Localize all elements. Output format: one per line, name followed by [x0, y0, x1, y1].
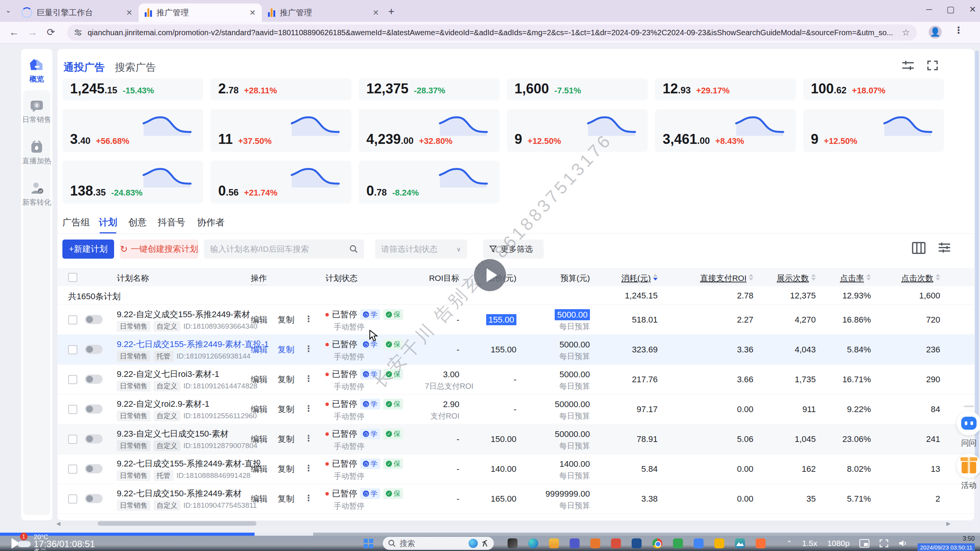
plan-search-input[interactable]: 输入计划名称/ID后回车搜索: [204, 240, 364, 259]
one-key-search-plan-button[interactable]: ↻ 一键创建搜索计划: [120, 240, 198, 259]
app-icon-edge[interactable]: [528, 538, 538, 548]
app-icon-orange[interactable]: [590, 538, 600, 548]
layout-settings-icon[interactable]: [902, 60, 917, 73]
cell-budget[interactable]: 5000.00每日预算: [532, 370, 590, 391]
window-close-button[interactable]: ✕: [969, 5, 976, 15]
table-row[interactable]: 9.22-自定义roi2.9-素材-1 日常销售 自定义 ID:18109125…: [57, 394, 974, 424]
sidebar-item-live-heat[interactable]: 直播加热: [21, 140, 52, 166]
plan-name[interactable]: 9.22-七日成交155-系推2449-素材-直投: [117, 458, 261, 469]
row-toggle[interactable]: [85, 345, 103, 354]
tab-close-icon[interactable]: ✕: [126, 8, 132, 17]
address-bar[interactable]: qianchuan.jinritemai.com/promotion-v2/st…: [67, 24, 917, 41]
tray-date[interactable]: 2024/09/23 03:50:11: [918, 543, 975, 551]
stat-card[interactable]: 1,245.15 -15.43%: [62, 78, 203, 100]
more-actions-icon[interactable]: ⋮: [304, 344, 313, 355]
table-view-icon[interactable]: [912, 242, 926, 254]
weather-desc[interactable]: 多云: [34, 547, 47, 551]
window-minimize-button[interactable]: ─: [926, 5, 932, 15]
volume-icon[interactable]: [898, 539, 908, 548]
site-settings-icon[interactable]: [74, 28, 82, 37]
bookmark-star-icon[interactable]: ☆: [902, 27, 910, 38]
more-actions-icon[interactable]: ⋮: [304, 434, 313, 445]
edit-link[interactable]: 编辑: [251, 463, 268, 475]
stat-card[interactable]: 3.40 +56.68%: [62, 109, 203, 152]
column-settings-icon[interactable]: [938, 242, 951, 253]
app-icon-taskview[interactable]: [508, 538, 518, 548]
assistant-widget[interactable]: 问问: [956, 406, 980, 448]
row-checkbox[interactable]: [68, 435, 77, 444]
plan-name[interactable]: 9.22-自定义roi2.9-素材-1: [117, 398, 209, 410]
browser-menu-icon[interactable]: ⋮: [954, 25, 963, 36]
browser-tab[interactable]: 巨量引擎工作台✕: [15, 3, 139, 22]
more-actions-icon[interactable]: ⋮: [304, 374, 313, 385]
cell-bid[interactable]: 155.00: [478, 315, 516, 325]
taskbar-search[interactable]: 搜索: [383, 537, 494, 550]
stat-card[interactable]: 1,600 -7.51%: [507, 78, 648, 100]
cell-budget[interactable]: 50000.00每日预算: [532, 399, 590, 421]
sidebar-item-new-customer[interactable]: ⇄新客转化: [21, 181, 52, 207]
url-text[interactable]: qianchuan.jinritemai.com/promotion-v2/st…: [88, 28, 896, 37]
more-actions-icon[interactable]: ⋮: [304, 493, 313, 505]
cell-bid[interactable]: 140.00: [478, 464, 516, 474]
copy-link[interactable]: 复制: [278, 374, 294, 385]
stat-card[interactable]: 11 +37.50%: [211, 109, 351, 152]
app-icon-firefox[interactable]: [756, 538, 766, 548]
player-speed-button[interactable]: 1.5x: [802, 539, 817, 548]
hscroll-thumb[interactable]: [98, 521, 256, 526]
row-checkbox[interactable]: [68, 345, 77, 354]
row-toggle[interactable]: [85, 375, 103, 384]
plan-tab-广告组[interactable]: 广告组: [62, 216, 90, 228]
fullscreen-icon[interactable]: [879, 539, 889, 548]
video-progress-bar[interactable]: [0, 533, 980, 536]
row-toggle[interactable]: [85, 464, 103, 473]
nav-feed-ads[interactable]: 通投广告: [64, 60, 105, 74]
plan-name[interactable]: 9.23-自定义七日成交150-素材: [117, 428, 229, 440]
cell-budget[interactable]: 50000.00每日预算: [532, 429, 590, 451]
window-maximize-button[interactable]: ▢: [947, 5, 955, 15]
copy-link[interactable]: 复制: [278, 463, 294, 475]
nav-search-ads[interactable]: 搜索广告: [115, 60, 156, 74]
forward-button[interactable]: →: [28, 26, 38, 38]
table-horizontal-scrollbar[interactable]: [61, 521, 944, 526]
stat-card[interactable]: 3,461.00 +8.43%: [655, 109, 796, 152]
col-ctr[interactable]: 点击率: [827, 273, 871, 284]
stat-card[interactable]: 138.35 -24.83%: [62, 161, 203, 204]
cell-bid[interactable]: 155.00: [478, 345, 516, 355]
stat-card[interactable]: 9 +12.50%: [507, 109, 648, 152]
hscroll-left-arrow[interactable]: ◀: [56, 520, 60, 527]
weather-cloud-icon[interactable]: [18, 541, 31, 547]
row-checkbox[interactable]: [68, 494, 77, 504]
table-row[interactable]: 9.23-自定义七日成交150-素材 日常销售 自定义 ID:181091287…: [57, 424, 974, 454]
tray-chevron-up-icon[interactable]: ⌃: [786, 539, 792, 548]
col-cost[interactable]: 消耗(元): [601, 273, 658, 284]
cell-budget[interactable]: 1400.00每日预算: [532, 459, 590, 481]
table-row[interactable]: 9.22-七日成交155-系推2449-素材-直投 日常销售 托管 ID:181…: [57, 454, 974, 484]
table-row[interactable]: 9.22-自定义七日roi3-素材-1 日常销售 自定义 ID:18109126…: [57, 364, 974, 395]
cell-budget[interactable]: 9999999.00每日预算: [532, 489, 590, 511]
row-toggle[interactable]: [85, 404, 103, 414]
activity-widget[interactable]: 活动: [956, 453, 980, 491]
cell-bid[interactable]: -: [478, 375, 516, 385]
more-actions-icon[interactable]: ⋮: [304, 463, 313, 475]
sidebar-item-daily-sales[interactable]: ¥日常销售: [21, 99, 52, 125]
row-toggle[interactable]: [85, 434, 103, 443]
plan-tab-协作者[interactable]: 协作者: [197, 216, 225, 228]
browser-tab[interactable]: 推广管理✕: [262, 3, 385, 22]
copy-link[interactable]: 复制: [278, 404, 294, 415]
plan-name[interactable]: 9.22-七日成交150-系推2449-素材: [117, 488, 242, 499]
tab-close-icon[interactable]: ✕: [249, 8, 256, 17]
stat-card[interactable]: 2.78 +28.11%: [211, 78, 351, 100]
row-checkbox[interactable]: [68, 465, 77, 474]
stat-card[interactable]: 4,239.00 +32.80%: [359, 109, 500, 152]
tray-clock[interactable]: 3:50: [918, 535, 975, 542]
plan-tab-计划[interactable]: 计划: [99, 216, 117, 228]
tab-close-icon[interactable]: ✕: [372, 8, 379, 17]
row-checkbox[interactable]: [68, 375, 77, 384]
cell-bid[interactable]: 150.00: [478, 434, 516, 444]
hscroll-right-arrow[interactable]: ▶: [946, 520, 951, 527]
stat-card[interactable]: 12.93 +29.17%: [655, 78, 796, 100]
app-icon-green[interactable]: [673, 538, 683, 548]
sidebar-item-overview[interactable]: 概览: [21, 57, 52, 84]
cell-bid[interactable]: 165.00: [478, 494, 516, 504]
row-toggle[interactable]: [85, 494, 103, 503]
